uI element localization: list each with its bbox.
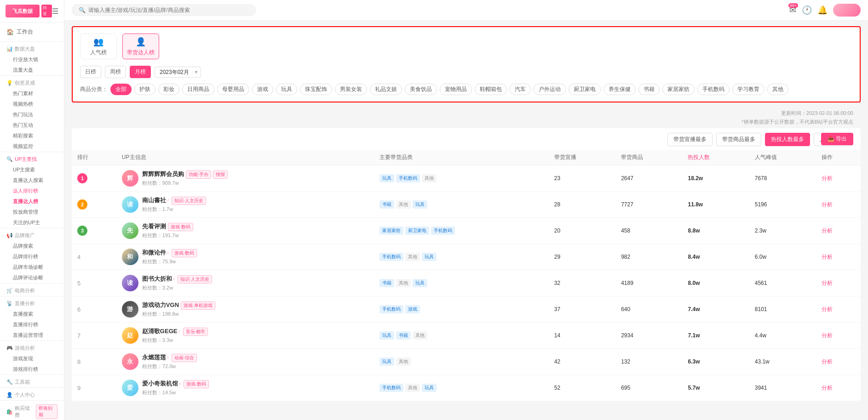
menu-icon[interactable]: ☰ — [52, 7, 58, 16]
cat-btn-clothing[interactable]: 男装女装 — [335, 84, 367, 95]
content-scroll: 👥 人气榜 👤 带货达人榜 日榜 周榜 月榜 2023年02月 2023年01月 — [64, 21, 868, 420]
analyze-button[interactable]: 分析 — [822, 385, 833, 391]
table-row: 5 读 图书大折和♀知识·人文历史 粉丝数：3.2w 书籍其他玩具 32 418… — [72, 270, 861, 296]
category-tag: 玩具 — [379, 358, 394, 366]
cat-btn-outdoor[interactable]: 户外运动 — [534, 84, 566, 95]
cell-empty — [352, 244, 374, 270]
period-month-button[interactable]: 月榜 — [130, 66, 151, 78]
cell-popularity: 8101 — [749, 296, 816, 323]
cell-hot-count: 5.7w — [682, 375, 749, 401]
sidebar-item-traffic[interactable]: 流量大盘 — [0, 65, 64, 75]
analyze-button[interactable]: 分析 — [822, 227, 833, 234]
sidebar-section-creative: 💡 创意灵感 — [0, 76, 64, 88]
analyze-button[interactable]: 分析 — [822, 201, 833, 208]
mail-button[interactable]: ✉ 99+ — [789, 5, 796, 15]
sidebar-item-live-search[interactable]: 直播达人搜索 — [0, 175, 64, 186]
cat-btn-book[interactable]: 书籍 — [638, 84, 660, 95]
sidebar-item-hot-play[interactable]: 热门玩法 — [0, 109, 64, 120]
sidebar-item-live-rank[interactable]: 直播达人榜 — [0, 196, 64, 207]
sidebar-item-live-rank2[interactable]: 直播排行榜 — [0, 319, 64, 330]
cell-empty — [352, 165, 374, 192]
user-avatar[interactable] — [833, 4, 861, 17]
category-tag: 手机数码 — [396, 174, 420, 182]
sidebar-item-brand-rank[interactable]: 品牌排行榜 — [0, 251, 64, 262]
filter-tab-popularity[interactable]: 👥 人气榜 — [80, 34, 117, 59]
purchase-badge: 即将到期 — [36, 404, 57, 419]
cell-hot-count: 8.8w — [682, 218, 749, 244]
cat-btn-pet[interactable]: 宠物用品 — [440, 84, 472, 95]
cat-btn-education[interactable]: 学习教育 — [732, 84, 765, 95]
sidebar-item-search[interactable]: 精彩搜索 — [0, 131, 64, 141]
sidebar-item-video-hot[interactable]: 视频热榜 — [0, 99, 64, 109]
analyze-button[interactable]: 分析 — [822, 175, 833, 182]
clock-button[interactable]: 🕐 — [802, 5, 812, 15]
analyze-button[interactable]: 分析 — [822, 306, 833, 312]
cell-rank: 6 — [72, 296, 116, 323]
mail-badge: 99+ — [788, 3, 798, 8]
cat-btn-game[interactable]: 游戏 — [252, 84, 273, 95]
sort-hot-count-button[interactable]: 热投人数最多 — [765, 133, 810, 146]
sidebar-item-workspace[interactable]: 🏠 工作台 — [0, 25, 64, 39]
period-day-button[interactable]: 日榜 — [80, 66, 101, 78]
sidebar-section-data: 📊 数据大盘 — [0, 42, 64, 54]
sidebar-item-brand-market[interactable]: 品牌市场诊断 — [0, 262, 64, 272]
cat-btn-jewelry[interactable]: 珠宝配饰 — [300, 84, 332, 95]
sidebar-item-live-search2[interactable]: 直播搜索 — [0, 309, 64, 319]
cat-btn-furniture[interactable]: 家居家纺 — [662, 84, 695, 95]
analyze-button[interactable]: 分析 — [822, 332, 833, 339]
cat-btn-skincare[interactable]: 护肤 — [134, 84, 155, 95]
cat-btn-toy[interactable]: 玩具 — [276, 84, 297, 95]
filter-tab-sales[interactable]: 👤 带货达人榜 — [122, 34, 159, 59]
cat-btn-food[interactable]: 美食饮品 — [405, 84, 437, 95]
sidebar-item-industry[interactable]: 行业放大镜 — [0, 54, 64, 65]
table-row: 2 读 南山書社♂知识·人文历史 粉丝数：1.7w 书籍其他玩具 28 7727… — [72, 192, 861, 218]
sidebar-item-talent-rank[interactable]: 达人排行榜 — [0, 186, 64, 196]
cat-btn-bag[interactable]: 鞋帽箱包 — [475, 84, 507, 95]
sidebar-section-profile: 👤 个人中心 — [0, 388, 64, 400]
cell-popularity: 5196 — [749, 192, 816, 218]
sidebar-section-purchase: 🛍️ 购买续费 即将到期 — [0, 401, 64, 420]
sidebar-item-hot-interaction[interactable]: 热门互动 — [0, 120, 64, 131]
cell-main-category: 手机数码其他玩具 — [374, 375, 548, 401]
cat-btn-appliance[interactable]: 厨卫家电 — [569, 84, 601, 95]
period-week-button[interactable]: 周榜 — [105, 66, 126, 78]
cat-btn-digital[interactable]: 手机数码 — [697, 84, 730, 95]
cat-btn-makeup[interactable]: 彩妆 — [158, 84, 179, 95]
analyze-button[interactable]: 分析 — [822, 358, 833, 365]
category-tag: 玩具 — [422, 253, 437, 261]
search-input[interactable] — [88, 7, 249, 13]
sidebar-item-delivery[interactable]: 投放商管理 — [0, 207, 64, 217]
date-select[interactable]: 2023年02月 2023年01月 2022年12月 — [155, 67, 201, 78]
analyze-button[interactable]: 分析 — [822, 254, 833, 260]
th-main-category: 主要带货品类 — [374, 150, 548, 165]
export-button[interactable]: 📤 导出 — [821, 133, 853, 145]
cat-btn-daily[interactable]: 日用商品 — [182, 84, 214, 95]
sidebar-item-game-rank[interactable]: 游戏排行榜 — [0, 364, 64, 375]
cat-btn-health[interactable]: 养生保健 — [604, 84, 636, 95]
sort-live-sales-button[interactable]: 带货宣播最多 — [667, 133, 713, 146]
sidebar-item-video-monitor[interactable]: 视频监控 — [0, 141, 64, 152]
logo-text: 飞瓜数据 — [12, 8, 33, 15]
up-fans: 粉丝数：72.0w — [142, 363, 197, 370]
sort-products-button[interactable]: 带货商品最多 — [716, 133, 761, 146]
sidebar-item-brand-review[interactable]: 品牌评论诊断 — [0, 272, 64, 283]
search2-icon: 🔍 — [6, 156, 13, 162]
cat-btn-maternal[interactable]: 母婴用品 — [217, 84, 249, 95]
cell-main-category: 书籍其他玩具 — [374, 270, 548, 296]
cell-popularity: 4.4w — [749, 323, 816, 349]
cat-btn-car[interactable]: 汽车 — [510, 84, 531, 95]
bell-button[interactable]: 🔔 — [817, 5, 828, 15]
analyze-button[interactable]: 分析 — [822, 280, 833, 286]
sidebar-item-brand-search[interactable]: 品牌搜索 — [0, 241, 64, 251]
sidebar-item-hot-material[interactable]: 热门素材 — [0, 88, 64, 99]
cat-btn-gift[interactable]: 礼品文娱 — [370, 84, 402, 95]
sidebar-item-live-ops[interactable]: 直播运营管理 — [0, 330, 64, 341]
search-box[interactable]: 🔍 — [72, 4, 256, 16]
table-header: 排行 UP主信息 主要带货品类 带货宣播 带货商品 热投人数 人气峰值 操作 — [72, 150, 861, 165]
cat-btn-all[interactable]: 全部 — [110, 84, 132, 95]
sidebar-item-follow-up[interactable]: 关注的UP主 — [0, 217, 64, 228]
sidebar-item-up-search[interactable]: UP主搜索 — [0, 165, 64, 175]
cell-live-count: 28 — [549, 192, 615, 218]
sidebar-item-game-discover[interactable]: 游戏发现 — [0, 353, 64, 364]
cat-btn-other[interactable]: 其他 — [767, 84, 788, 95]
